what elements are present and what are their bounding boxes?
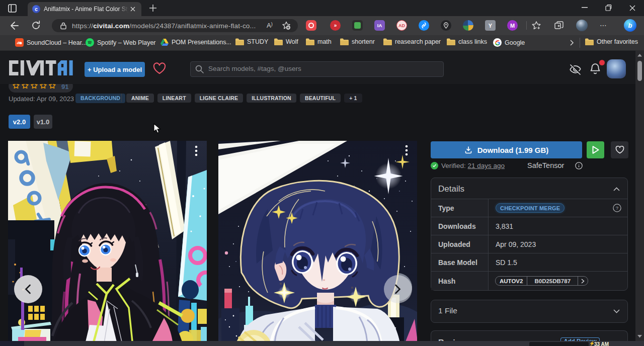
svg-text:?: ? bbox=[616, 205, 618, 211]
